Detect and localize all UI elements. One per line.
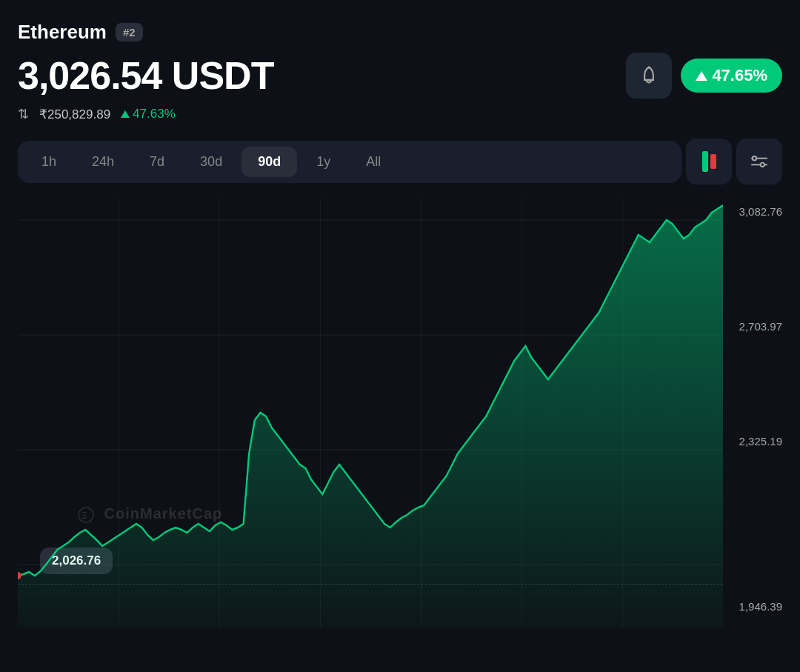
chart-svg [18,198,723,628]
svg-point-1 [753,156,756,160]
svg-point-2 [761,163,764,167]
price-label-mid-upper: 2,703.97 [739,320,782,333]
percent-badge: 47.65% [681,59,782,93]
triangle-up-icon [121,110,130,118]
candlestick-icon [702,151,716,172]
tab-30d[interactable]: 30d [184,147,239,177]
tabs-row: 1h 24h 7d 30d 90d 1y All [18,139,782,184]
tab-1h[interactable]: 1h [25,147,73,177]
tab-7d[interactable]: 7d [133,147,181,177]
tab-1y[interactable]: 1y [300,147,347,177]
price-label-bottom: 1,946.39 [739,600,782,613]
time-tabs: 1h 24h 7d 30d 90d 1y All [18,141,681,183]
bell-icon [639,65,659,86]
tab-24h[interactable]: 24h [76,147,130,177]
coin-name: Ethereum [18,21,107,44]
arrow-up-icon [696,71,707,81]
price-label-top: 3,082.76 [739,205,782,218]
filter-icon [750,152,769,171]
tab-90d[interactable]: 90d [241,147,297,177]
badge-percent-text: 47.65% [712,66,767,85]
rank-badge: #2 [116,23,143,41]
tab-all[interactable]: All [350,147,397,177]
price-label-mid: 2,325.19 [739,435,782,448]
exchange-arrows-icon: ⇅ [18,106,29,122]
candlestick-button[interactable] [686,139,732,184]
pct-change-inr: 47.63% [121,107,176,122]
bell-button[interactable] [626,53,672,99]
chart-area: 3,082.76 2,703.97 2,325.19 1,946.39 Ξ Co… [18,198,782,628]
filter-button[interactable] [736,139,782,184]
inr-price: ₹250,829.89 [39,107,110,122]
current-price: 3,026.54 USDT [18,53,273,98]
pct-text: 47.63% [133,107,176,122]
